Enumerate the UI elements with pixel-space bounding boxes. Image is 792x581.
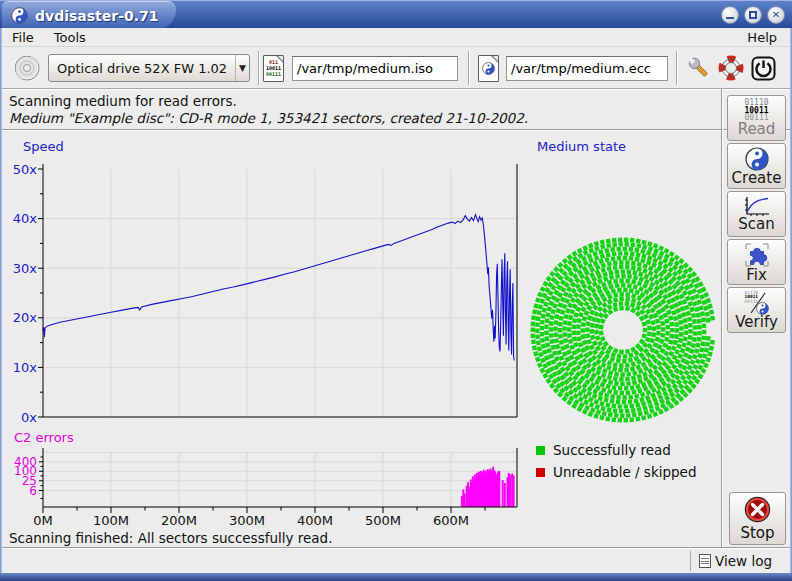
sidebar-separator [721, 89, 723, 547]
menu-help[interactable]: Help [734, 29, 790, 46]
finish-status-text: Scanning finished: All sectors successfu… [9, 530, 332, 546]
verify-icon: 01110 10011 00111 [744, 291, 770, 315]
power-icon [751, 56, 776, 81]
legend-item-read: Successfully read [536, 442, 671, 458]
stop-icon [744, 496, 771, 523]
drive-icon [12, 53, 42, 83]
toolbar: Optical drive 52X FW 1.02 ▼ 011 10011 00… [2, 47, 790, 89]
view-log-button[interactable]: View log [690, 551, 772, 571]
minimize-button[interactable] [721, 6, 739, 24]
svg-text:400M: 400M [297, 513, 333, 528]
fix-button[interactable]: Fix [727, 239, 786, 285]
svg-text:200M: 200M [161, 513, 197, 528]
svg-text:500M: 500M [365, 513, 401, 528]
scan-button[interactable]: Scan [727, 191, 786, 237]
log-icon [699, 554, 711, 568]
create-button[interactable]: Create [727, 143, 786, 189]
drive-selector-value: Optical drive 52X FW 1.02 [49, 61, 235, 76]
svg-text:300M: 300M [229, 513, 265, 528]
status-line-2: Medium "Example disc": CD-R mode 1, 3534… [9, 110, 528, 126]
chevron-down-icon: ▼ [235, 55, 249, 81]
lifesaver-icon [718, 55, 744, 81]
svg-text:10x: 10x [13, 360, 38, 375]
close-button[interactable]: ✕ [767, 6, 785, 24]
iso-file-input[interactable] [292, 56, 458, 81]
yinyang-icon [745, 147, 769, 171]
maximize-button[interactable] [744, 6, 762, 24]
menu-bar: File Tools Help [2, 28, 790, 47]
wrench-icon [686, 55, 712, 81]
svg-text:20x: 20x [13, 310, 38, 325]
legend-swatch-green [536, 446, 545, 455]
window-border-bottom [0, 573, 792, 581]
view-log-label: View log [715, 553, 772, 569]
app-yinyang-icon [11, 7, 28, 24]
footer-bar: View log [2, 547, 790, 573]
close-icon: ✕ [772, 10, 780, 20]
binary-icon: 01110 10011 00111 [744, 99, 768, 122]
svg-text:100M: 100M [93, 513, 129, 528]
puzzle-icon [744, 242, 770, 268]
scan-chart-icon [743, 196, 770, 217]
status-line-1: Scanning medium for read errors. [9, 93, 237, 109]
toolbar-separator [676, 51, 678, 85]
iso-file-icon: 011 10011 00111 [263, 55, 284, 82]
read-button[interactable]: 01110 10011 00111 Read [727, 95, 786, 141]
legend-label: Unreadable / skipped [553, 464, 696, 480]
minimize-icon [726, 17, 734, 19]
menu-tools[interactable]: Tools [44, 29, 96, 46]
ecc-file-icon [478, 55, 499, 82]
title-tab: dvdisaster-0.71 [2, 1, 176, 29]
ecc-file-input[interactable] [506, 56, 668, 81]
scan-charts: 0x10x20x30x40x50x0M100M200M300M400M500M6… [0, 131, 540, 547]
svg-text:0M: 0M [33, 513, 53, 528]
svg-text:50x: 50x [13, 162, 38, 177]
preferences-button[interactable] [684, 53, 714, 83]
help-button[interactable] [716, 53, 746, 83]
medium-state-disc [530, 237, 716, 423]
svg-text:40x: 40x [13, 211, 38, 226]
quit-button[interactable] [748, 53, 778, 83]
stop-button[interactable]: Stop [729, 492, 786, 545]
title-bar[interactable]: dvdisaster-0.71 ✕ [0, 0, 792, 28]
svg-text:30x: 30x [13, 261, 38, 276]
legend-swatch-red [536, 468, 545, 477]
medium-state-title: Medium state [537, 139, 626, 154]
maximize-icon [749, 11, 757, 19]
menu-file[interactable]: File [2, 29, 44, 46]
drive-selector[interactable]: Optical drive 52X FW 1.02 ▼ [48, 54, 250, 82]
toolbar-separator [258, 51, 260, 85]
window-title: dvdisaster-0.71 [35, 8, 159, 24]
verify-button[interactable]: 01110 10011 00111 Verify [727, 287, 786, 333]
svg-text:0x: 0x [21, 410, 37, 425]
legend-label: Successfully read [553, 442, 671, 458]
toolbar-separator [468, 51, 470, 85]
svg-text:600M: 600M [433, 513, 469, 528]
svg-text:400: 400 [14, 455, 37, 469]
legend-item-unreadable: Unreadable / skipped [536, 464, 696, 480]
